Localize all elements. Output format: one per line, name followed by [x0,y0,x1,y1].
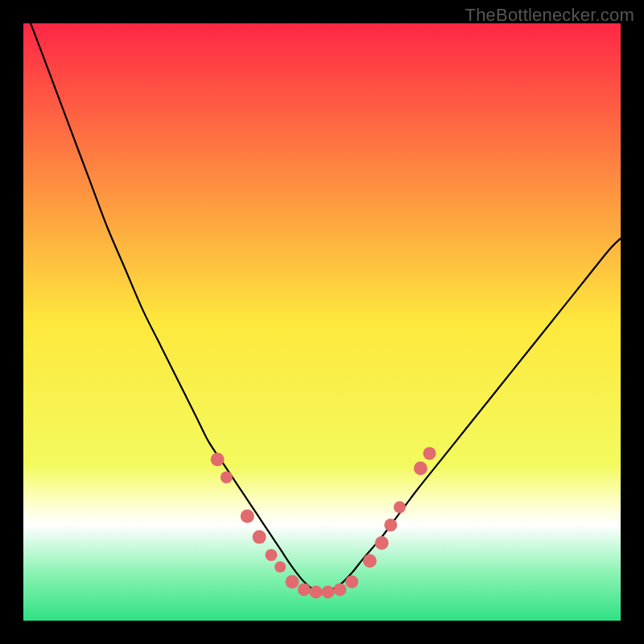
chart-svg [23,23,621,621]
data-marker [423,447,436,460]
data-marker [414,461,427,475]
data-marker [363,554,377,568]
data-marker [285,575,299,588]
data-marker [394,502,406,514]
data-marker [333,583,346,596]
data-marker [310,585,323,598]
plot-area [23,23,621,621]
plot-background [23,23,621,621]
data-marker [253,530,266,544]
data-marker [321,585,334,598]
data-marker [265,549,277,561]
data-marker [241,510,254,523]
data-marker [375,536,389,550]
chart-frame: TheBottlenecker.com [0,0,644,644]
data-marker [384,518,397,531]
data-marker [298,583,311,596]
data-marker [211,452,225,466]
data-marker [345,576,358,588]
data-marker [221,471,233,483]
data-marker [275,561,286,572]
